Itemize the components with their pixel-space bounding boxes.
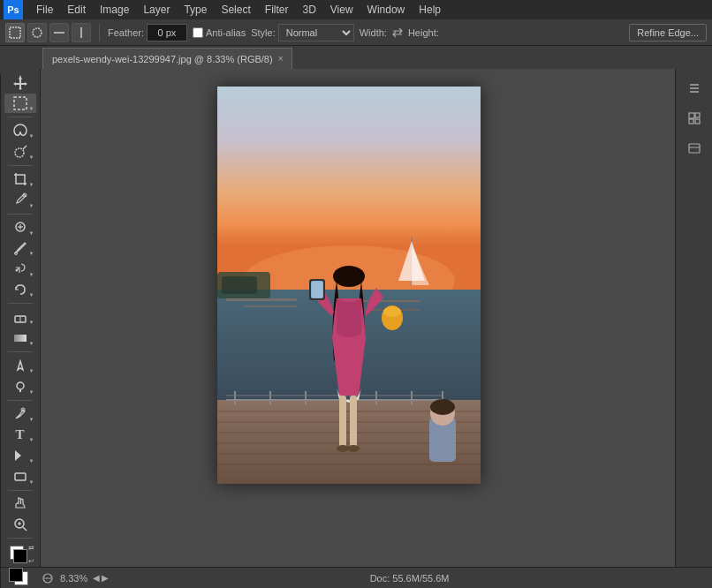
svg-line-7 <box>23 146 27 149</box>
swap-colors-icon[interactable]: ⇄ <box>28 544 34 552</box>
tool-arrow-brush: ▼ <box>29 251 34 256</box>
menu-3d[interactable]: 3D <box>296 2 322 18</box>
svg-rect-19 <box>15 473 26 480</box>
zoom-tool[interactable] <box>4 515 36 535</box>
style-label: Style: <box>251 27 276 38</box>
menubar: Ps File Edit Image Layer Type Select Fil… <box>0 0 712 19</box>
tool-divider-8 <box>8 538 33 539</box>
fg-color-box[interactable] <box>9 568 23 582</box>
svg-rect-15 <box>14 335 27 342</box>
tool-divider-5 <box>8 351 33 352</box>
refine-edge-btn[interactable]: Refine Edge... <box>629 24 707 41</box>
fg-color-swatch[interactable] <box>13 549 27 563</box>
status-colors <box>7 566 32 589</box>
history-brush-tool[interactable]: ▼ <box>4 280 36 300</box>
brush-tool[interactable]: ▼ <box>4 238 36 259</box>
width-group: Width: Height: <box>360 25 439 41</box>
nav-left-btn[interactable]: ◀ <box>93 573 100 583</box>
style-group: Style: Normal Fixed Ratio Fixed Size <box>251 24 354 41</box>
marquee-ellipse-btn[interactable] <box>27 23 47 42</box>
svg-marker-4 <box>13 75 27 90</box>
menu-layer[interactable]: Layer <box>137 2 176 18</box>
menu-filter[interactable]: Filter <box>259 2 295 18</box>
svg-rect-28 <box>244 305 297 307</box>
document-tab[interactable]: pexels-wendy-wei-13299947.jpg @ 8.33% (R… <box>42 48 292 69</box>
canvas-wrapper <box>217 87 481 484</box>
marquee-tool[interactable]: ▼ <box>4 94 36 114</box>
svg-point-16 <box>17 382 24 389</box>
canvas-svg <box>217 87 481 484</box>
svg-point-54 <box>333 266 365 287</box>
eyedropper-tool[interactable]: ▼ <box>4 190 36 210</box>
zoom-level: 8.33% <box>60 573 87 584</box>
tool-arrow-pen: ▼ <box>29 417 34 422</box>
svg-rect-5 <box>14 97 27 109</box>
style-select[interactable]: Normal Fixed Ratio Fixed Size <box>278 24 354 41</box>
dodge-tool[interactable]: ▼ <box>4 376 36 396</box>
tool-divider-4 <box>8 303 33 304</box>
tab-close-btn[interactable]: × <box>278 54 284 64</box>
move-tool[interactable] <box>4 72 36 93</box>
tool-arrow-blur: ▼ <box>29 368 34 373</box>
fg-bg-colors[interactable]: ↩ ⇄ <box>4 542 36 567</box>
marquee-type-group <box>5 23 91 42</box>
svg-rect-69 <box>695 113 700 117</box>
svg-rect-58 <box>339 396 346 449</box>
blur-tool[interactable]: ▼ <box>4 356 36 376</box>
nav-right-btn[interactable]: ▶ <box>102 573 109 583</box>
tab-filename: pexels-wendy-wei-13299947.jpg @ 8.33% (R… <box>52 54 273 64</box>
menu-window[interactable]: Window <box>361 2 412 18</box>
menu-type[interactable]: Type <box>178 2 213 18</box>
feather-input[interactable] <box>147 24 187 41</box>
crop-tool[interactable]: ▼ <box>4 169 36 189</box>
mode-icon <box>41 571 55 585</box>
tool-arrow-gradient: ▼ <box>29 341 34 346</box>
panel-arrange-btn[interactable] <box>680 104 708 132</box>
text-tool[interactable]: T ▼ <box>4 425 36 445</box>
shape-tool[interactable]: ▼ <box>4 466 36 486</box>
gradient-tool[interactable]: ▼ <box>4 328 36 348</box>
pen-tool[interactable]: ▼ <box>4 403 36 424</box>
eraser-tool[interactable]: ▼ <box>4 307 36 328</box>
tool-arrow-spotheal: ▼ <box>29 230 34 236</box>
path-select-tool[interactable]: ▼ <box>4 445 36 465</box>
svg-rect-71 <box>695 119 700 124</box>
marquee-single-row-btn[interactable] <box>49 23 69 42</box>
menu-image[interactable]: Image <box>94 2 135 18</box>
menu-file[interactable]: File <box>30 2 59 18</box>
doc-info: Doc: 55.6M/55.6M <box>114 573 705 584</box>
menu-view[interactable]: View <box>324 2 360 18</box>
canvas-shadow <box>217 87 481 484</box>
swap-dimensions-btn[interactable] <box>390 25 405 41</box>
canvas-image[interactable] <box>217 87 481 484</box>
svg-point-12 <box>14 252 17 254</box>
svg-rect-32 <box>222 276 257 294</box>
divider1 <box>99 24 100 41</box>
tool-arrow-historybrush: ▼ <box>29 292 34 298</box>
tool-arrow-pathselect: ▼ <box>29 458 34 464</box>
svg-line-21 <box>23 527 27 531</box>
right-panel <box>675 69 712 567</box>
feather-group: Feather: <box>108 24 187 41</box>
ps-logo: Ps <box>4 0 23 19</box>
reset-colors-icon[interactable]: ↩ <box>28 557 34 565</box>
marquee-single-col-btn[interactable] <box>72 23 91 42</box>
tool-divider-6 <box>8 400 33 401</box>
marquee-rect-btn[interactable] <box>5 23 25 42</box>
right-panel-border <box>0 74 1 588</box>
clone-tool[interactable]: ▼ <box>4 259 36 279</box>
tool-arrow-clone: ▼ <box>29 272 34 277</box>
panel-toggle-btn[interactable] <box>680 74 708 102</box>
tool-arrow-dodge: ▼ <box>29 389 34 395</box>
menu-edit[interactable]: Edit <box>61 2 92 18</box>
panel-options-btn[interactable] <box>680 134 708 162</box>
spot-heal-tool[interactable]: ▼ <box>4 217 36 237</box>
menu-select[interactable]: Select <box>215 2 256 18</box>
svg-point-6 <box>15 148 24 157</box>
tabbar: pexels-wendy-wei-13299947.jpg @ 8.33% (R… <box>0 46 712 69</box>
antialias-checkbox[interactable] <box>193 27 203 38</box>
lasso-tool[interactable]: ▼ <box>4 121 36 141</box>
menu-help[interactable]: Help <box>413 2 447 18</box>
hand-tool[interactable] <box>4 494 36 514</box>
quick-select-tool[interactable]: ▼ <box>4 141 36 162</box>
